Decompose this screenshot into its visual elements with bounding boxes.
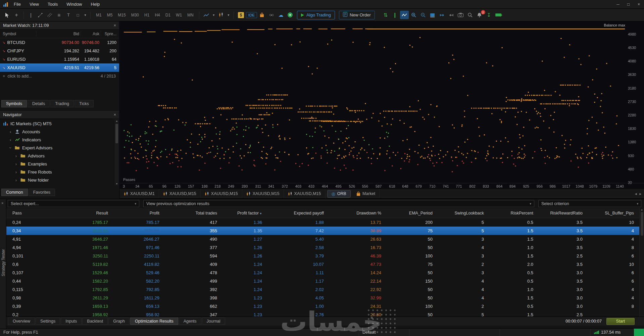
column-symbol[interactable]: Symbol [0,32,36,36]
market-watch-row-chfjpy[interactable]: ↘CHFJPY194.282194.482200 [0,47,119,55]
chart-tab-xauusd-m15[interactable]: XAUUSD,M15 [242,189,284,198]
expand-icon[interactable]: › [8,137,12,142]
expand-icon[interactable]: › [14,153,18,158]
tree-item-expert-advisors[interactable]: ›Expert Advisors [0,144,114,152]
chart-tab-market[interactable]: Market [352,189,380,198]
result-row-4-91[interactable]: 4,913646.272646.274901.275.4026.635031.5… [6,235,639,243]
result-row-0-98[interactable]: 0,982611.291611.293981.234.0532.995041.5… [6,294,639,302]
scroll-down-icon[interactable]: ▾ [116,182,117,185]
tree-item-new-folder[interactable]: ›New folder [0,176,114,184]
timeframe-w1[interactable]: W1 [173,11,185,19]
optimization-scatter-canvas[interactable] [120,21,644,183]
scroll-up-icon[interactable]: ▴ [116,119,117,123]
result-row-0-44[interactable]: 0,441582.20582.204991.241.1722.1415040.5… [6,277,639,285]
optimization-results-selector[interactable]: View previous optimization results ▾ [143,200,534,207]
scrollbar-thumb[interactable] [115,124,118,143]
text-tool-icon[interactable]: T [64,11,73,19]
result-row-0-39[interactable]: 0,391659.13659.136621.231.0024.3110020.5… [6,302,639,310]
column-header-result[interactable]: Result [45,211,109,215]
tree-item-free-robots[interactable]: ›Free Robots [0,168,114,176]
chart-tab-xauusd-m15[interactable]: XAUUSD,M15 [159,189,201,198]
tester-close-icon[interactable]: × [1,201,3,205]
cloud-icon[interactable]: ☁ [277,11,285,19]
fibonacci-tool-icon[interactable]: ≡ [55,11,63,19]
market-watch-row-xauusd[interactable]: ↘XAUUSD4219.514219.565 [0,63,119,72]
chart-tab-xauusd-m1[interactable]: XAUUSD,M1 [120,189,159,198]
status-profile[interactable]: Default [359,329,409,336]
timeframe-m1[interactable]: M1 [93,11,104,19]
search-icon[interactable] [466,11,475,19]
start-button[interactable]: Start [606,318,635,325]
tick-chart-icon[interactable] [400,11,409,19]
shapes-tool-icon[interactable]: □ [73,11,82,19]
tab-symbols[interactable]: Symbols [1,100,27,107]
result-row-4-94[interactable]: 4,941971.46971.463771.262.5816.735041.03… [6,243,639,252]
scrollbar-thumb[interactable] [641,212,643,236]
column-header-profit-factor[interactable]: Profit factor ▼ [218,211,263,215]
column-header-expected-payoff[interactable]: Expected payoff [263,211,325,215]
column-ask[interactable]: Ask [81,31,101,37]
chart-tab-xauusd-m15[interactable]: XAUUSD,M15 [201,189,242,198]
tab-details[interactable]: Details [28,100,50,107]
tester-tab-graph[interactable]: Graph [108,318,130,325]
broadcast-icon[interactable] [267,11,276,19]
candle-dropdown-icon[interactable]: ▾ [226,11,231,19]
tab-favorites[interactable]: Favorites [29,189,55,196]
menu-help[interactable]: Help [87,0,104,8]
market-watch-row-btcusd[interactable]: ↘BTCUSD90734.0090746.001200 [0,38,119,47]
column-spread[interactable]: Spre... [101,31,118,37]
mql5-community-icon[interactable] [286,11,295,19]
timeframe-mn[interactable]: MN [185,11,196,19]
timeframe-h1[interactable]: H1 [142,11,152,19]
result-row-0-34[interactable]: 0,343635.662635.663551.357.4238.897551.5… [6,227,639,235]
market-depth-icon[interactable]: ∥ [391,11,399,19]
column-bid[interactable]: Bid [36,31,81,37]
close-button[interactable]: × [634,0,644,8]
timeframe-h4[interactable]: H4 [152,11,162,19]
tree-item-advisors[interactable]: ›Advisors [0,152,114,160]
column-header-ema-period[interactable]: EMA_Period [382,211,433,215]
auto-scroll-icon[interactable]: ↤ [447,11,456,19]
tester-tab-agents[interactable]: Agents [179,318,201,325]
expand-icon[interactable]: › [14,161,18,166]
zoom-out-icon[interactable] [419,11,428,19]
zoom-in-icon[interactable] [409,11,418,19]
menu-file[interactable]: File [9,0,25,8]
tester-tab-inputs[interactable]: Inputs [61,318,82,325]
add-symbol-label[interactable]: click to add... [7,74,32,79]
tester-tab-overview[interactable]: Overview [8,318,35,325]
column-header-sl-buffer-pips[interactable]: SL_Buffer_Pips [583,211,635,215]
tab-common[interactable]: Common [1,189,28,196]
timeframe-d1[interactable]: D1 [163,11,173,19]
tester-tab-backtest[interactable]: Backtest [82,318,108,325]
timeframe-m5[interactable]: M5 [104,11,115,19]
tree-item-indicators[interactable]: ›Indicators [0,136,114,144]
expand-icon[interactable]: › [8,129,12,134]
market-bag-icon[interactable] [258,11,266,19]
column-header-pass[interactable]: Pass [6,211,45,215]
navigator-close-icon[interactable]: × [113,112,116,117]
screenshot-icon[interactable] [456,11,465,19]
results-table-scrollbar[interactable]: ▴ [639,208,644,317]
result-row-0-107[interactable]: 0,1071529.46529.464781.241.1114.245030.5… [6,269,639,277]
channel-tool-icon[interactable] [45,11,54,19]
expand-icon[interactable]: › [14,178,18,183]
tester-tab-optimization-results[interactable]: Optimization Results [130,318,178,325]
line-chart-type-icon[interactable] [202,11,211,19]
trendline-tool-icon[interactable] [36,11,45,19]
menu-window[interactable]: Window [62,0,86,8]
market-watch-close-icon[interactable]: × [113,23,116,28]
tab-trading[interactable]: Trading [50,100,74,107]
tester-tab-journal[interactable]: Journal [202,318,225,325]
tick-arrows-icon[interactable]: ⇅ [381,11,390,19]
currency-icon[interactable]: $ [237,11,245,19]
candlestick-chart-type-icon[interactable] [217,11,226,19]
column-header-drawdown[interactable]: Drawdown % [325,211,382,215]
status-connection[interactable]: 137.54 ms [590,329,634,336]
tab-scroll-right-icon[interactable]: ▸ [639,192,641,196]
column-header-total-trades[interactable]: Total trades [160,211,218,215]
result-row-0-115[interactable]: 0,1151792.85792.853921.242.0222.925041.0… [6,285,639,294]
criterion-selector[interactable]: Select criterion ▾ [538,200,641,207]
result-row-0-6[interactable]: 0,65119.824119.824091.2410.0747.737522.0… [6,260,639,269]
chart-shift-icon[interactable]: ↦ [438,11,446,19]
